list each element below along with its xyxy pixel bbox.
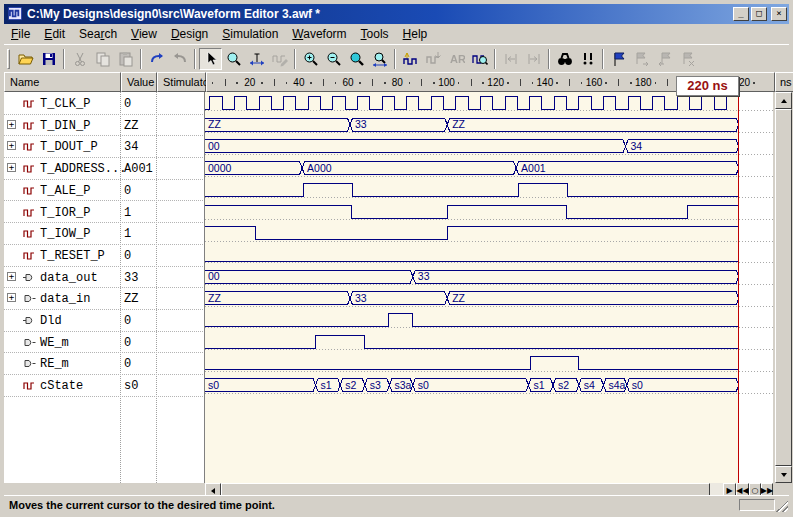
save-button[interactable] [37, 48, 60, 70]
svg-text:s1: s1 [321, 379, 332, 391]
signal-row-cstate[interactable]: cStates0 [4, 375, 205, 397]
zoom-select-button[interactable] [222, 48, 245, 70]
signal-row-t-iow-p[interactable]: T_IOW_P1 [4, 223, 205, 245]
signal-list-pane[interactable]: T_CLK_P0+T_DIN_PZZ+T_DOUT_P34+T_ADDRESS.… [4, 92, 205, 483]
shift-right-icon [526, 51, 542, 67]
svg-text:40: 40 [293, 77, 305, 88]
signal-row-t-reset-p[interactable]: T_RESET_P0 [4, 245, 205, 267]
minimize-button[interactable]: _ [733, 7, 749, 21]
waveform-plot[interactable]: ZZ33ZZ00340000A000A0010033ZZ33ZZs0s1s2s3… [205, 92, 773, 483]
menu-simulation[interactable]: Simulation [215, 25, 285, 43]
undo-button[interactable] [145, 48, 168, 70]
scroll-up-button[interactable] [775, 92, 792, 109]
remove-signal-button [422, 48, 445, 70]
signal-row-re-m[interactable]: RE_m0 [4, 353, 205, 375]
signal-name: data_out [40, 271, 98, 285]
signal-row-t-ale-p[interactable]: T_ALE_P0 [4, 180, 205, 202]
signal-row-t-clk-p[interactable]: T_CLK_P0 [4, 93, 205, 115]
zoom-full-button[interactable] [345, 48, 368, 70]
signal-row-t-din-p[interactable]: +T_DIN_PZZ [4, 115, 205, 137]
zoom-fit-icon [372, 51, 388, 67]
signal-name: cState [40, 379, 83, 393]
cursors-button[interactable] [576, 48, 599, 70]
signal-row-data-out[interactable]: +data_out33 [4, 267, 205, 289]
column-header-stimulator[interactable]: Stimulator [157, 72, 206, 92]
svg-text:80: 80 [392, 77, 404, 88]
status-bar: Moves the current cursor to the desired … [4, 495, 789, 513]
waveform-icon [23, 120, 36, 131]
signal-value: 0 [124, 336, 131, 350]
waveform-icon [23, 141, 36, 152]
expand-toggle[interactable]: + [7, 141, 16, 150]
double-right-icon: ▶▶ [761, 487, 773, 495]
svg-text:34: 34 [631, 140, 643, 152]
zoom-out-button[interactable] [322, 48, 345, 70]
menu-tools[interactable]: Tools [354, 25, 396, 43]
scroll-down-button[interactable] [775, 466, 792, 483]
vertical-scroll-thumb[interactable] [775, 109, 792, 466]
expand-toggle[interactable]: + [7, 120, 16, 129]
signal-name: Dld [40, 314, 62, 328]
expand-toggle[interactable]: + [7, 293, 16, 302]
application-window: C:\My Designs\design0\src\Waveform Edito… [0, 0, 793, 517]
waveform-canvas[interactable]: ZZ33ZZ00340000A000A0010033ZZ33ZZs0s1s2s3… [205, 92, 773, 483]
cut-button [68, 48, 91, 70]
svg-text:s2: s2 [558, 379, 569, 391]
svg-text:00: 00 [208, 140, 220, 152]
paste-button [114, 48, 137, 70]
zoom-out-icon [326, 51, 342, 67]
port-in-icon [23, 293, 36, 304]
menu-file[interactable]: File [4, 25, 37, 43]
signal-row-data-in[interactable]: +data_inZZ [4, 288, 205, 310]
close-button[interactable]: × [771, 7, 787, 21]
binoculars-button[interactable] [553, 48, 576, 70]
svg-text:ZZ: ZZ [208, 292, 221, 304]
signal-row-t-address-[interactable]: +T_ADDRESS...A001 [4, 158, 205, 180]
waveform-icon [23, 250, 36, 261]
maximize-button[interactable]: □ [751, 7, 767, 21]
menu-edit[interactable]: Edit [37, 25, 72, 43]
signal-name: T_IOR_P [40, 206, 90, 220]
menu-search[interactable]: Search [72, 25, 124, 43]
signal-row-we-m[interactable]: WE_m0 [4, 332, 205, 354]
menu-waveform[interactable]: Waveform [285, 25, 353, 43]
open-folder-button[interactable] [14, 48, 37, 70]
find-signal-button[interactable] [468, 48, 491, 70]
status-panel [739, 499, 775, 511]
signal-value: ZZ [124, 292, 138, 306]
copy-button [91, 48, 114, 70]
pointer-button[interactable] [199, 48, 222, 70]
toolbar-separator [194, 49, 196, 69]
open-folder-icon [18, 51, 34, 67]
resize-grip[interactable] [776, 500, 788, 512]
flag-prev-button [653, 48, 676, 70]
svg-text:s0: s0 [208, 379, 219, 391]
flag-button[interactable] [607, 48, 630, 70]
signal-value: ZZ [124, 119, 138, 133]
port-out-icon [23, 315, 36, 326]
expand-toggle[interactable]: + [7, 272, 16, 281]
menu-design[interactable]: Design [164, 25, 215, 43]
menu-view[interactable]: View [124, 25, 164, 43]
signal-row-t-ior-p[interactable]: T_IOR_P1 [4, 202, 205, 224]
up-arrow-icon [781, 96, 787, 103]
column-header-name[interactable]: Name [4, 72, 121, 92]
toolbar-grip[interactable] [7, 49, 10, 69]
toolbar-separator [602, 49, 604, 69]
find-signal-icon [472, 51, 488, 67]
toolbar-separator [394, 49, 396, 69]
expand-toggle[interactable]: + [7, 163, 16, 172]
flag-next-button [630, 48, 653, 70]
add-signal-button[interactable] [399, 48, 422, 70]
zoom-fit-button[interactable] [368, 48, 391, 70]
title-bar[interactable]: C:\My Designs\design0\src\Waveform Edito… [4, 4, 789, 24]
column-header-value[interactable]: Value [121, 72, 157, 92]
menu-help[interactable]: Help [396, 25, 435, 43]
time-cursor-button[interactable] [245, 48, 268, 70]
svg-text:160: 160 [586, 77, 603, 88]
vertical-scrollbar[interactable] [775, 92, 792, 483]
svg-text:33: 33 [355, 292, 367, 304]
zoom-in-button[interactable] [299, 48, 322, 70]
signal-row-dld[interactable]: Dld0 [4, 310, 205, 332]
signal-row-t-dout-p[interactable]: +T_DOUT_P34 [4, 136, 205, 158]
